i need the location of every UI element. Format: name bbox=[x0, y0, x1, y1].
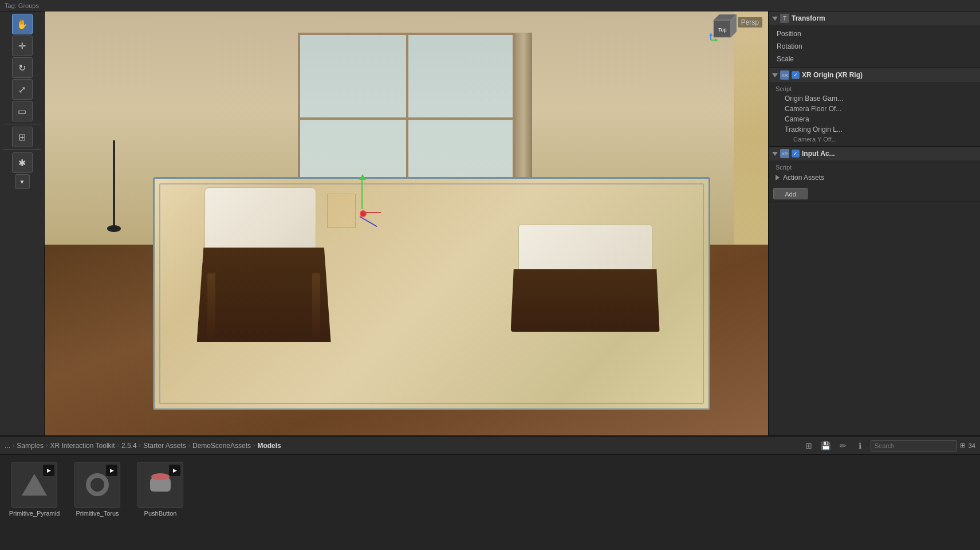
info-icon-button[interactable]: ℹ bbox=[853, 439, 867, 453]
asset-pushbutton-name: PushButton bbox=[144, 510, 177, 517]
chair-left bbox=[190, 170, 339, 342]
left-toolbar: ✋ ✛ ↻ ⤢ ▭ ⊞ ✱ ▼ bbox=[0, 11, 45, 435]
action-assets-label: Action Assets bbox=[783, 174, 824, 182]
rect-tool-button[interactable]: ▭ bbox=[12, 101, 33, 121]
breadcrumb-models[interactable]: Models bbox=[257, 442, 281, 450]
asset-pushbutton[interactable]: ▶ PushButton bbox=[132, 459, 189, 519]
cylinder-shape bbox=[150, 478, 171, 492]
nav-cube[interactable]: Top bbox=[708, 14, 737, 43]
rotation-label: Rotation bbox=[773, 41, 813, 52]
input-action-icon: XR bbox=[780, 149, 789, 158]
tag-label: Tag: Groups bbox=[5, 2, 39, 9]
floor-lamp bbox=[103, 117, 125, 232]
add-button[interactable]: Add bbox=[773, 188, 808, 199]
breadcrumb-xrit[interactable]: XR Interaction Toolkit bbox=[50, 442, 115, 450]
input-script-row[interactable]: Script bbox=[773, 163, 975, 172]
xr-camera-label: Camera bbox=[785, 115, 809, 123]
pyramid-play-btn[interactable]: ▶ bbox=[43, 465, 54, 476]
transform-collapse-icon bbox=[772, 17, 778, 21]
top-tag-bar: Tag: Groups bbox=[0, 0, 980, 11]
rotate-tool-button[interactable]: ↻ bbox=[12, 57, 33, 78]
asset-pyramid-thumbnail: ▶ bbox=[11, 462, 57, 508]
scene-container: Top Persp bbox=[45, 11, 768, 435]
xr-origin-checkbox[interactable]: ✓ bbox=[792, 71, 800, 79]
lamp-pole bbox=[113, 140, 115, 232]
xr-script-label: Script bbox=[776, 85, 792, 92]
window-divider-v bbox=[406, 35, 408, 200]
transform-button[interactable]: ⊞ bbox=[12, 127, 33, 147]
xr-origin-base-row[interactable]: Origin Base Gam... bbox=[773, 93, 975, 104]
move-tool-button[interactable]: ✛ bbox=[12, 36, 33, 56]
input-action-title: Input Ac... bbox=[802, 150, 977, 158]
scale-row[interactable]: Scale bbox=[773, 53, 975, 65]
breadcrumb-sep-6: › bbox=[253, 442, 255, 449]
asset-torus-thumbnail: ▶ bbox=[74, 462, 120, 508]
custom-tool-button[interactable]: ✱ bbox=[12, 152, 33, 173]
viewport[interactable]: Top Persp bbox=[45, 11, 768, 435]
input-action-header[interactable]: XR ✓ Input Ac... bbox=[769, 147, 980, 160]
bottom-toolbar: ... › Samples › XR Interaction Toolkit ›… bbox=[0, 437, 980, 455]
breadcrumb: ... › Samples › XR Interaction Toolkit ›… bbox=[5, 442, 800, 450]
rotation-row[interactable]: Rotation bbox=[773, 40, 975, 53]
lamp-base bbox=[107, 225, 121, 232]
asset-pyramid[interactable]: ▶ Primitive_Pyramid bbox=[6, 459, 63, 519]
xr-origin-base-label: Origin Base Gam... bbox=[785, 95, 843, 103]
xr-origin-body: Script Origin Base Gam... Camera Floor O… bbox=[769, 82, 980, 146]
zoom-label: ⊞ bbox=[960, 442, 965, 449]
breadcrumb-ellipsis[interactable]: ... bbox=[5, 442, 10, 450]
input-action-checkbox[interactable]: ✓ bbox=[792, 150, 800, 158]
breadcrumb-starter-assets[interactable]: Starter Assets bbox=[143, 442, 186, 450]
position-label: Position bbox=[773, 29, 813, 39]
scale-label: Scale bbox=[773, 54, 813, 64]
ottoman-frame bbox=[511, 262, 660, 332]
breadcrumb-demo-scene[interactable]: DemoSceneAssets bbox=[192, 442, 251, 450]
pyramid-shape bbox=[22, 474, 47, 496]
torus-shape bbox=[86, 473, 109, 496]
xr-tracking-row[interactable]: Tracking Origin L... bbox=[773, 124, 975, 135]
input-action-collapse-icon bbox=[772, 152, 778, 156]
ottoman bbox=[511, 225, 660, 351]
input-action-section: XR ✓ Input Ac... Script Action Assets Ad… bbox=[769, 147, 980, 202]
persp-label[interactable]: Persp bbox=[738, 17, 762, 28]
svg-marker-6 bbox=[709, 33, 713, 36]
hand-tool-button[interactable]: ✋ bbox=[12, 14, 33, 34]
bottom-panel: ... › Samples › XR Interaction Toolkit ›… bbox=[0, 435, 980, 550]
search-input[interactable] bbox=[871, 440, 957, 451]
toolbar-separator-2 bbox=[3, 150, 41, 150]
breadcrumb-sep-3: › bbox=[117, 442, 119, 449]
breadcrumb-sep-4: › bbox=[139, 442, 141, 449]
xr-origin-header[interactable]: XR ✓ XR Origin (XR Rig) bbox=[769, 68, 980, 82]
xr-camera-floor-label: Camera Floor Of... bbox=[785, 105, 841, 113]
right-panel: T Transform Position Rotation Scale XR bbox=[768, 11, 980, 435]
scale-tool-button[interactable]: ⤢ bbox=[12, 79, 33, 100]
pushbutton-play-btn[interactable]: ▶ bbox=[169, 465, 180, 476]
extra-tool-button[interactable]: ▼ bbox=[15, 174, 30, 189]
xr-camera-floor-row[interactable]: Camera Floor Of... bbox=[773, 104, 975, 114]
xr-origin-collapse-icon bbox=[772, 73, 778, 77]
xr-tracking-label: Tracking Origin L... bbox=[785, 125, 843, 133]
breadcrumb-version[interactable]: 2.5.4 bbox=[121, 442, 137, 450]
selection-box bbox=[327, 194, 356, 228]
asset-torus[interactable]: ▶ Primitive_Torus bbox=[69, 459, 126, 519]
bottom-toolbar-right: ⊞ 💾 ✏ ℹ ⊞ 34 bbox=[802, 439, 975, 453]
transform-panel-section: T Transform Position Rotation Scale bbox=[769, 11, 980, 68]
xr-script-row[interactable]: Script bbox=[773, 84, 975, 93]
position-row[interactable]: Position bbox=[773, 28, 975, 40]
toolbar-separator-1 bbox=[3, 124, 41, 124]
torus-play-btn[interactable]: ▶ bbox=[106, 465, 117, 476]
xr-camera-y-row[interactable]: Camera Y Off... bbox=[773, 135, 975, 144]
xr-camera-y-label: Camera Y Off... bbox=[793, 136, 837, 143]
layout-icon-button[interactable]: ⊞ bbox=[802, 439, 816, 453]
transform-panel-header[interactable]: T Transform bbox=[769, 11, 980, 25]
xr-origin-section: XR ✓ XR Origin (XR Rig) Script Origin Ba… bbox=[769, 68, 980, 147]
zoom-value: 34 bbox=[969, 442, 975, 449]
breadcrumb-samples[interactable]: Samples bbox=[17, 442, 44, 450]
save-icon-button[interactable]: 💾 bbox=[819, 439, 833, 453]
action-assets-expand-icon bbox=[776, 175, 780, 180]
input-script-label: Script bbox=[776, 164, 792, 171]
breadcrumb-sep-5: › bbox=[188, 442, 190, 449]
xr-camera-row[interactable]: Camera bbox=[773, 114, 975, 124]
pencil-icon-button[interactable]: ✏ bbox=[836, 439, 850, 453]
action-assets-row[interactable]: Action Assets bbox=[773, 172, 975, 183]
svg-marker-7 bbox=[715, 38, 718, 42]
